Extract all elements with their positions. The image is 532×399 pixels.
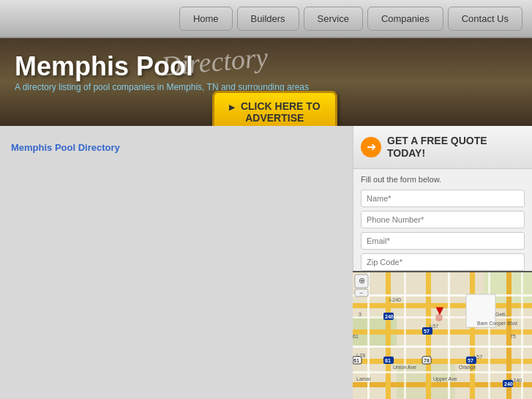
name-input[interactable] bbox=[361, 190, 525, 207]
nav-home[interactable]: Home bbox=[179, 7, 233, 31]
svg-text:⊕: ⊕ bbox=[359, 276, 365, 285]
svg-text:81: 81 bbox=[385, 358, 391, 363]
phone-input[interactable] bbox=[361, 211, 525, 228]
svg-text:Upper Ave: Upper Ave bbox=[433, 376, 457, 382]
svg-rect-12 bbox=[353, 294, 532, 297]
svg-rect-10 bbox=[470, 272, 475, 399]
svg-rect-8 bbox=[386, 272, 391, 399]
arrow-icon: ➜ bbox=[367, 140, 376, 154]
svg-rect-5 bbox=[353, 329, 532, 335]
directory-script: Directory bbox=[160, 41, 269, 83]
email-input[interactable] bbox=[361, 232, 525, 250]
quote-title: GET A FREE QUOTE TODAY! bbox=[387, 135, 525, 160]
svg-text:Bam Cooper Blvd: Bam Cooper Blvd bbox=[477, 321, 517, 327]
hero-section: Memphis Pool Directory A directory listi… bbox=[0, 38, 532, 126]
left-column: Memphis Pool Directory bbox=[0, 126, 353, 399]
breadcrumb-link[interactable]: Memphis Pool Directory bbox=[11, 142, 120, 153]
map-background: I-240 I-57 I-78 I-57 I-240 Bam Cooper Bl… bbox=[353, 272, 532, 399]
svg-text:57: 57 bbox=[424, 329, 430, 334]
navigation: Home Builders Service Companies Contact … bbox=[0, 0, 532, 38]
svg-text:Gett...: Gett... bbox=[495, 312, 509, 317]
advertise-button[interactable]: ▶ CLICK HERE TO ADVERTISE bbox=[212, 91, 337, 126]
svg-text:▼: ▼ bbox=[433, 303, 446, 318]
svg-text:I-240: I-240 bbox=[389, 297, 401, 302]
svg-text:240: 240 bbox=[504, 381, 513, 387]
nav-service[interactable]: Service bbox=[304, 7, 363, 31]
svg-text:78: 78 bbox=[424, 358, 430, 363]
zip-input[interactable] bbox=[361, 253, 525, 271]
nav-contact[interactable]: Contact Us bbox=[448, 7, 522, 31]
svg-text:Orange: Orange bbox=[459, 365, 476, 370]
cursor-icon: ▶ bbox=[229, 103, 235, 111]
svg-text:61: 61 bbox=[353, 358, 359, 363]
svg-text:Lamar: Lamar bbox=[356, 376, 372, 381]
svg-text:3: 3 bbox=[359, 312, 361, 317]
quote-form-panel: ➜ GET A FREE QUOTE TODAY! Fill out the f… bbox=[353, 126, 532, 399]
svg-text:61: 61 bbox=[353, 334, 359, 339]
map-section: I-240 I-57 I-78 I-57 I-240 Bam Cooper Bl… bbox=[353, 271, 532, 399]
form-subtitle: Fill out the form below. bbox=[361, 175, 525, 184]
svg-rect-19 bbox=[488, 272, 490, 399]
svg-text:−: − bbox=[359, 289, 363, 297]
svg-text:57: 57 bbox=[468, 358, 473, 363]
svg-text:Union Ave: Union Ave bbox=[393, 365, 416, 370]
svg-text:240: 240 bbox=[385, 314, 394, 319]
svg-rect-14 bbox=[353, 346, 532, 348]
svg-rect-9 bbox=[426, 272, 431, 399]
nav-builders[interactable]: Builders bbox=[237, 7, 299, 31]
map-svg: I-240 I-57 I-78 I-57 I-240 Bam Cooper Bl… bbox=[353, 272, 532, 399]
nav-companies[interactable]: Companies bbox=[367, 7, 443, 31]
quote-icon: ➜ bbox=[361, 137, 381, 157]
svg-text:75: 75 bbox=[510, 334, 516, 339]
svg-rect-17 bbox=[404, 272, 406, 399]
svg-rect-6 bbox=[353, 359, 532, 364]
advertise-line2: ADVERTISE bbox=[245, 112, 304, 124]
advertise-line1: CLICK HERE TO bbox=[241, 100, 321, 112]
main-content: Memphis Pool Directory ➜ GET A FREE QUOT… bbox=[0, 126, 532, 399]
svg-rect-15 bbox=[353, 371, 532, 373]
quote-header: ➜ GET A FREE QUOTE TODAY! bbox=[353, 126, 532, 169]
